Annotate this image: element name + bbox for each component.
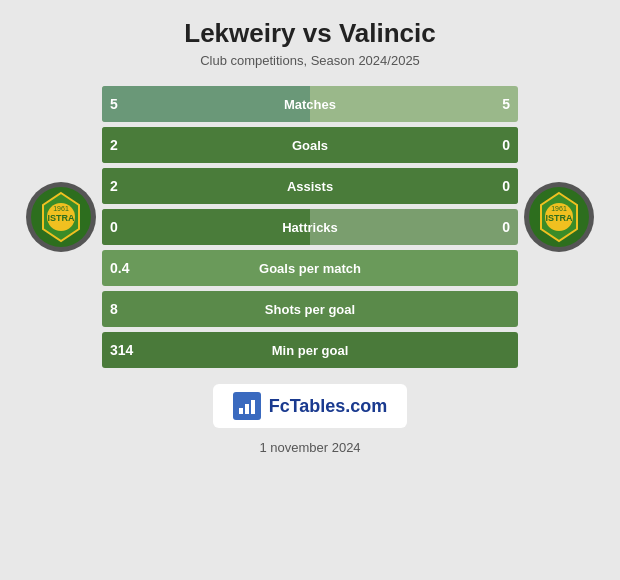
stat-label-1: Goals [292,138,328,153]
stat-label-4: Goals per match [259,261,361,276]
date-footer: 1 november 2024 [259,440,360,455]
stat-right-value-0: 5 [480,96,510,112]
fctables-logo: FcTables.com [213,384,408,428]
stat-row-1: 2 Goals 0 [102,127,518,163]
stat-left-value-0: 5 [110,96,140,112]
logo-right: ISTRA 1961 [518,182,600,252]
fctables-icon [233,392,261,420]
svg-text:ISTRA: ISTRA [48,213,76,223]
logo-left: ISTRA 1961 [20,182,102,252]
stat-label-6: Min per goal [272,343,349,358]
svg-text:1961: 1961 [53,205,69,212]
svg-rect-14 [251,400,255,414]
stat-row-3: 0 Hattricks 0 [102,209,518,245]
stat-left-value-2: 2 [110,178,140,194]
stat-right-value-1: 0 [480,137,510,153]
stat-row-5: 8 Shots per goal [102,291,518,327]
stat-row-4: 0.4 Goals per match [102,250,518,286]
stat-left-value-4: 0.4 [110,260,140,276]
svg-text:ISTRA: ISTRA [546,213,574,223]
stat-label-2: Assists [287,179,333,194]
fctables-text: FcTables.com [269,396,388,417]
svg-text:1961: 1961 [551,205,567,212]
stat-left-value-3: 0 [110,219,140,235]
stat-row-0: 5 Matches 5 [102,86,518,122]
stat-label-3: Hattricks [282,220,338,235]
page-container: Lekweiry vs Valincic Club competitions, … [0,0,620,580]
left-club-logo: ISTRA 1961 [26,182,96,252]
stat-left-value-6: 314 [110,342,140,358]
right-club-logo-svg: ISTRA 1961 [527,185,591,249]
stat-label-0: Matches [284,97,336,112]
svg-rect-12 [239,408,243,414]
stats-container: 5 Matches 5 2 Goals 0 2 Assists 0 0 [102,86,518,368]
stat-row-6: 314 Min per goal [102,332,518,368]
left-club-logo-svg: ISTRA 1961 [29,185,93,249]
page-title: Lekweiry vs Valincic [184,18,436,49]
right-club-logo: ISTRA 1961 [524,182,594,252]
page-subtitle: Club competitions, Season 2024/2025 [200,53,420,68]
stat-left-value-5: 8 [110,301,140,317]
stat-row-2: 2 Assists 0 [102,168,518,204]
svg-rect-13 [245,404,249,414]
main-section: ISTRA 1961 5 Matches 5 2 Goals 0 [20,86,600,368]
stat-left-value-1: 2 [110,137,140,153]
stat-right-value-2: 0 [480,178,510,194]
stat-label-5: Shots per goal [265,302,355,317]
stat-right-value-3: 0 [480,219,510,235]
